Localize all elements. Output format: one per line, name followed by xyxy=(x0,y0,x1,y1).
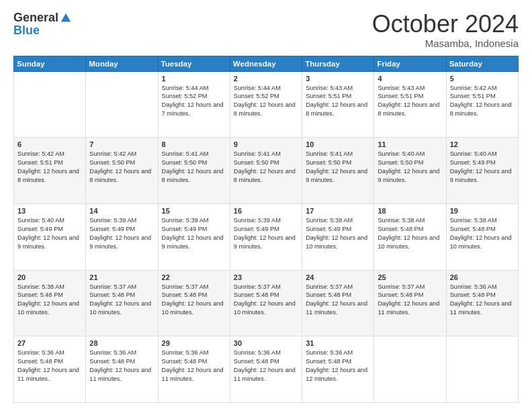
calendar-week-5: 27Sunrise: 5:36 AM Sunset: 5:48 PM Dayli… xyxy=(14,336,519,403)
day-info: Sunrise: 5:37 AM Sunset: 5:48 PM Dayligh… xyxy=(306,283,370,318)
day-info: Sunrise: 5:44 AM Sunset: 5:52 PM Dayligh… xyxy=(234,84,298,119)
calendar-page: General Blue October 2024 Masamba, Indon… xyxy=(0,0,532,411)
day-info: Sunrise: 5:39 AM Sunset: 5:49 PM Dayligh… xyxy=(162,216,226,251)
day-info: Sunrise: 5:36 AM Sunset: 5:48 PM Dayligh… xyxy=(450,283,515,318)
day-number: 13 xyxy=(17,207,82,215)
calendar-week-3: 13Sunrise: 5:40 AM Sunset: 5:49 PM Dayli… xyxy=(14,203,519,270)
day-info: Sunrise: 5:40 AM Sunset: 5:49 PM Dayligh… xyxy=(450,150,515,185)
calendar-week-1: 1Sunrise: 5:44 AM Sunset: 5:52 PM Daylig… xyxy=(14,71,519,138)
calendar-cell: 22Sunrise: 5:37 AM Sunset: 5:48 PM Dayli… xyxy=(158,270,230,336)
day-number: 18 xyxy=(378,207,442,215)
day-number: 1 xyxy=(162,75,226,83)
calendar-cell: 16Sunrise: 5:39 AM Sunset: 5:49 PM Dayli… xyxy=(230,203,302,270)
day-number: 3 xyxy=(306,75,370,83)
day-info: Sunrise: 5:41 AM Sunset: 5:50 PM Dayligh… xyxy=(162,150,226,185)
col-monday: Monday xyxy=(86,56,158,71)
calendar-cell: 24Sunrise: 5:37 AM Sunset: 5:48 PM Dayli… xyxy=(302,270,374,336)
day-info: Sunrise: 5:36 AM Sunset: 5:48 PM Dayligh… xyxy=(306,349,370,383)
calendar-cell: 4Sunrise: 5:43 AM Sunset: 5:51 PM Daylig… xyxy=(374,71,446,138)
day-number: 29 xyxy=(162,339,226,347)
calendar-cell xyxy=(374,336,446,403)
calendar-cell: 2Sunrise: 5:44 AM Sunset: 5:52 PM Daylig… xyxy=(230,71,302,138)
day-number: 30 xyxy=(234,339,298,347)
calendar-cell: 18Sunrise: 5:38 AM Sunset: 5:48 PM Dayli… xyxy=(374,203,446,270)
day-number: 7 xyxy=(89,140,154,148)
calendar-cell: 10Sunrise: 5:41 AM Sunset: 5:50 PM Dayli… xyxy=(302,138,374,204)
col-wednesday: Wednesday xyxy=(230,56,302,71)
calendar-cell: 23Sunrise: 5:37 AM Sunset: 5:48 PM Dayli… xyxy=(230,270,302,336)
col-tuesday: Tuesday xyxy=(158,56,230,71)
day-number: 19 xyxy=(450,207,515,215)
day-info: Sunrise: 5:42 AM Sunset: 5:51 PM Dayligh… xyxy=(450,84,515,119)
day-info: Sunrise: 5:38 AM Sunset: 5:49 PM Dayligh… xyxy=(306,216,370,251)
title-block: October 2024 Masamba, Indonesia xyxy=(372,11,519,49)
day-number: 26 xyxy=(450,273,515,281)
calendar-cell: 9Sunrise: 5:41 AM Sunset: 5:50 PM Daylig… xyxy=(230,138,302,204)
calendar-cell xyxy=(14,71,86,138)
day-number: 16 xyxy=(234,207,298,215)
day-number: 27 xyxy=(17,339,82,347)
day-number: 24 xyxy=(306,273,370,281)
calendar-cell: 1Sunrise: 5:44 AM Sunset: 5:52 PM Daylig… xyxy=(158,71,230,138)
day-number: 11 xyxy=(378,140,442,148)
day-number: 2 xyxy=(234,75,298,83)
day-info: Sunrise: 5:41 AM Sunset: 5:50 PM Dayligh… xyxy=(234,150,298,185)
col-thursday: Thursday xyxy=(302,56,374,71)
day-number: 23 xyxy=(234,273,298,281)
day-info: Sunrise: 5:37 AM Sunset: 5:48 PM Dayligh… xyxy=(378,283,442,318)
day-number: 14 xyxy=(89,207,154,215)
day-number: 4 xyxy=(378,75,442,83)
calendar-cell: 17Sunrise: 5:38 AM Sunset: 5:49 PM Dayli… xyxy=(302,203,374,270)
day-info: Sunrise: 5:40 AM Sunset: 5:50 PM Dayligh… xyxy=(378,150,442,185)
day-number: 9 xyxy=(234,140,298,148)
calendar-cell: 15Sunrise: 5:39 AM Sunset: 5:49 PM Dayli… xyxy=(158,203,230,270)
day-info: Sunrise: 5:41 AM Sunset: 5:50 PM Dayligh… xyxy=(306,150,370,185)
calendar-cell: 7Sunrise: 5:42 AM Sunset: 5:50 PM Daylig… xyxy=(86,138,158,204)
day-number: 20 xyxy=(17,273,82,281)
logo-general: General xyxy=(13,11,58,25)
logo: General Blue xyxy=(13,11,72,38)
day-info: Sunrise: 5:39 AM Sunset: 5:49 PM Dayligh… xyxy=(89,216,154,251)
calendar-cell: 8Sunrise: 5:41 AM Sunset: 5:50 PM Daylig… xyxy=(158,138,230,204)
col-friday: Friday xyxy=(374,56,446,71)
page-header: General Blue October 2024 Masamba, Indon… xyxy=(13,11,519,49)
day-info: Sunrise: 5:36 AM Sunset: 5:48 PM Dayligh… xyxy=(17,349,82,383)
day-number: 5 xyxy=(450,75,515,83)
day-number: 17 xyxy=(306,207,370,215)
day-info: Sunrise: 5:40 AM Sunset: 5:49 PM Dayligh… xyxy=(17,216,82,251)
calendar-cell: 21Sunrise: 5:37 AM Sunset: 5:48 PM Dayli… xyxy=(86,270,158,336)
calendar-cell: 29Sunrise: 5:36 AM Sunset: 5:48 PM Dayli… xyxy=(158,336,230,403)
day-info: Sunrise: 5:36 AM Sunset: 5:48 PM Dayligh… xyxy=(89,349,154,383)
day-number: 28 xyxy=(89,339,154,347)
day-number: 6 xyxy=(17,140,82,148)
calendar-cell xyxy=(86,71,158,138)
day-info: Sunrise: 5:42 AM Sunset: 5:50 PM Dayligh… xyxy=(89,150,154,185)
day-info: Sunrise: 5:42 AM Sunset: 5:51 PM Dayligh… xyxy=(17,150,82,185)
calendar-cell: 3Sunrise: 5:43 AM Sunset: 5:51 PM Daylig… xyxy=(302,71,374,138)
calendar-header-row: Sunday Monday Tuesday Wednesday Thursday… xyxy=(14,56,519,71)
calendar-cell: 28Sunrise: 5:36 AM Sunset: 5:48 PM Dayli… xyxy=(86,336,158,403)
calendar-cell: 14Sunrise: 5:39 AM Sunset: 5:49 PM Dayli… xyxy=(86,203,158,270)
calendar-table: Sunday Monday Tuesday Wednesday Thursday… xyxy=(13,56,519,403)
day-info: Sunrise: 5:38 AM Sunset: 5:48 PM Dayligh… xyxy=(450,216,515,251)
calendar-cell: 19Sunrise: 5:38 AM Sunset: 5:48 PM Dayli… xyxy=(446,203,518,270)
day-info: Sunrise: 5:39 AM Sunset: 5:49 PM Dayligh… xyxy=(234,216,298,251)
day-number: 21 xyxy=(89,273,154,281)
logo-blue: Blue xyxy=(13,24,40,38)
calendar-cell: 6Sunrise: 5:42 AM Sunset: 5:51 PM Daylig… xyxy=(14,138,86,204)
calendar-cell: 5Sunrise: 5:42 AM Sunset: 5:51 PM Daylig… xyxy=(446,71,518,138)
day-info: Sunrise: 5:37 AM Sunset: 5:48 PM Dayligh… xyxy=(89,283,154,318)
col-saturday: Saturday xyxy=(446,56,518,71)
calendar-cell: 11Sunrise: 5:40 AM Sunset: 5:50 PM Dayli… xyxy=(374,138,446,204)
day-info: Sunrise: 5:37 AM Sunset: 5:48 PM Dayligh… xyxy=(162,283,226,318)
calendar-cell: 25Sunrise: 5:37 AM Sunset: 5:48 PM Dayli… xyxy=(374,270,446,336)
logo-icon xyxy=(60,12,72,24)
day-info: Sunrise: 5:36 AM Sunset: 5:48 PM Dayligh… xyxy=(162,349,226,383)
day-number: 10 xyxy=(306,140,370,148)
location-title: Masamba, Indonesia xyxy=(372,38,519,49)
calendar-cell: 30Sunrise: 5:36 AM Sunset: 5:48 PM Dayli… xyxy=(230,336,302,403)
day-number: 8 xyxy=(162,140,226,148)
col-sunday: Sunday xyxy=(14,56,86,71)
logo-text: General xyxy=(13,11,72,25)
day-number: 31 xyxy=(306,339,370,347)
